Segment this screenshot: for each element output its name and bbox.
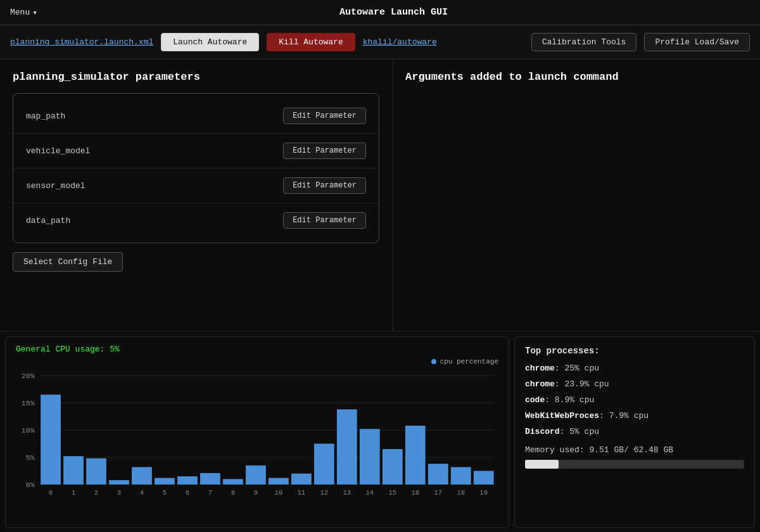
bar-3 xyxy=(109,480,129,484)
bar-11 xyxy=(291,474,312,484)
svg-text:6: 6 xyxy=(186,489,189,497)
bar-5 xyxy=(155,478,175,484)
svg-text:15: 15 xyxy=(388,489,396,497)
svg-text:12: 12 xyxy=(320,489,328,497)
svg-text:5%: 5% xyxy=(26,454,35,462)
svg-text:14: 14 xyxy=(365,489,374,497)
svg-text:10%: 10% xyxy=(22,427,35,434)
bar-9 xyxy=(246,466,266,484)
param-row-vehicle_model: vehicle_model Edit Parameter xyxy=(13,134,379,168)
param-row-map_path: map_path Edit Parameter xyxy=(13,99,379,134)
edit-param-btn-map_path[interactable]: Edit Parameter xyxy=(283,108,366,124)
param-row-sensor_model: sensor_model Edit Parameter xyxy=(13,168,379,203)
bar-19 xyxy=(474,471,494,485)
process-row-chrome: chrome: 25% cpu xyxy=(525,364,744,373)
bar-6 xyxy=(177,476,198,484)
proc-name: chrome xyxy=(525,364,555,373)
svg-text:9: 9 xyxy=(254,489,258,497)
svg-text:3: 3 xyxy=(117,489,121,497)
param-name-sensor_model: sensor_model xyxy=(26,181,86,191)
svg-text:17: 17 xyxy=(434,489,442,497)
memory-bar-background xyxy=(525,460,744,469)
top-nav: planning_simulator.launch.xml Launch Aut… xyxy=(0,25,760,60)
cpu-chart-svg: 20% 15% 10% 5% 0% 0123456789101112131415… xyxy=(16,369,498,502)
menu-chevron: ▾ xyxy=(32,8,37,18)
svg-text:11: 11 xyxy=(298,489,306,497)
edit-param-btn-sensor_model[interactable]: Edit Parameter xyxy=(283,177,366,194)
svg-text:0%: 0% xyxy=(26,481,35,489)
arguments-panel: Arguments added to launch command xyxy=(393,60,760,331)
select-config-button[interactable]: Select Config File xyxy=(13,252,123,272)
bar-1 xyxy=(63,456,84,484)
proc-name: WebKitWebProces xyxy=(525,411,599,421)
svg-text:13: 13 xyxy=(343,489,351,497)
bar-2 xyxy=(86,459,106,484)
svg-text:18: 18 xyxy=(457,489,465,497)
process-row-chrome: chrome: 23.9% cpu xyxy=(525,379,744,389)
param-name-data_path: data_path xyxy=(26,216,70,225)
bar-13 xyxy=(337,409,357,484)
bar-16 xyxy=(405,426,426,484)
svg-text:20%: 20% xyxy=(22,372,35,380)
bar-8 xyxy=(223,479,243,484)
bar-14 xyxy=(360,429,380,484)
process-row-Discord: Discord: 5% cpu xyxy=(525,427,744,436)
repo-link[interactable]: khalil/autoware xyxy=(363,37,437,47)
bar-7 xyxy=(200,473,220,484)
cpu-chart-container: 20% 15% 10% 5% 0% 0123456789101112131415… xyxy=(16,369,498,502)
bar-12 xyxy=(314,444,334,485)
memory-bar-fill xyxy=(525,460,559,469)
param-name-vehicle_model: vehicle_model xyxy=(26,146,90,156)
bar-4 xyxy=(132,467,152,484)
launch-file-link[interactable]: planning_simulator.launch.xml xyxy=(10,37,153,47)
arguments-title: Arguments added to launch command xyxy=(405,71,747,83)
process-list: chrome: 25% cpuchrome: 23.9% cpucode: 8.… xyxy=(525,364,744,436)
profile-load-save-button[interactable]: Profile Load/Save xyxy=(644,33,750,51)
parameters-title: planning_simulator parameters xyxy=(13,71,379,83)
bar-17 xyxy=(428,464,448,484)
cpu-chart-panel: General CPU usage: 5% cpu percentage 20%… xyxy=(5,336,509,528)
svg-text:4: 4 xyxy=(140,489,144,497)
parameters-box: map_path Edit Parameter vehicle_model Ed… xyxy=(13,93,379,243)
svg-text:1: 1 xyxy=(72,489,75,497)
proc-name: chrome xyxy=(525,379,555,389)
calibration-tools-button[interactable]: Calibration Tools xyxy=(531,33,637,51)
process-panel: Top processes: chrome: 25% cpuchrome: 23… xyxy=(514,336,755,528)
bar-0 xyxy=(41,395,61,484)
process-row-code: code: 8.9% cpu xyxy=(525,395,744,405)
bottom-panels: General CPU usage: 5% cpu percentage 20%… xyxy=(0,331,760,532)
svg-text:2: 2 xyxy=(94,489,98,497)
top-content: planning_simulator parameters map_path E… xyxy=(0,60,760,331)
cpu-usage-title: General CPU usage: 5% xyxy=(16,345,498,354)
titlebar: Menu ▾ Autoware Launch GUI xyxy=(0,0,760,25)
parameters-panel: planning_simulator parameters map_path E… xyxy=(0,60,393,331)
menu-label: Menu xyxy=(10,8,30,17)
bar-10 xyxy=(269,478,289,484)
svg-text:7: 7 xyxy=(208,489,212,497)
svg-text:16: 16 xyxy=(411,489,419,497)
chart-legend: cpu percentage xyxy=(16,358,498,365)
param-name-map_path: map_path xyxy=(26,111,65,121)
legend-dot xyxy=(431,359,436,364)
svg-text:5: 5 xyxy=(163,489,167,497)
launch-autoware-button[interactable]: Launch Autoware xyxy=(161,33,259,51)
edit-param-btn-vehicle_model[interactable]: Edit Parameter xyxy=(283,142,366,159)
svg-text:0: 0 xyxy=(49,489,53,497)
top-processes-title: Top processes: xyxy=(525,346,744,356)
bar-15 xyxy=(383,449,403,484)
param-row-data_path: data_path Edit Parameter xyxy=(13,203,379,238)
memory-label: Memory used: 9.51 GB/ 62.48 GB xyxy=(525,445,744,455)
process-row-WebKitWebProces: WebKitWebProces: 7.9% cpu xyxy=(525,411,744,421)
proc-name: Discord xyxy=(525,427,560,436)
svg-text:19: 19 xyxy=(479,489,488,497)
menu-button[interactable]: Menu ▾ xyxy=(10,8,37,18)
proc-name: code xyxy=(525,395,545,405)
svg-text:8: 8 xyxy=(231,489,235,497)
svg-text:15%: 15% xyxy=(22,400,35,407)
content-area: planning_simulator parameters map_path E… xyxy=(0,60,760,532)
bar-18 xyxy=(451,467,471,484)
app-title: Autoware Launch GUI xyxy=(37,7,750,18)
kill-autoware-button[interactable]: Kill Autoware xyxy=(267,33,355,51)
edit-param-btn-data_path[interactable]: Edit Parameter xyxy=(283,212,366,229)
legend-label: cpu percentage xyxy=(440,358,498,365)
